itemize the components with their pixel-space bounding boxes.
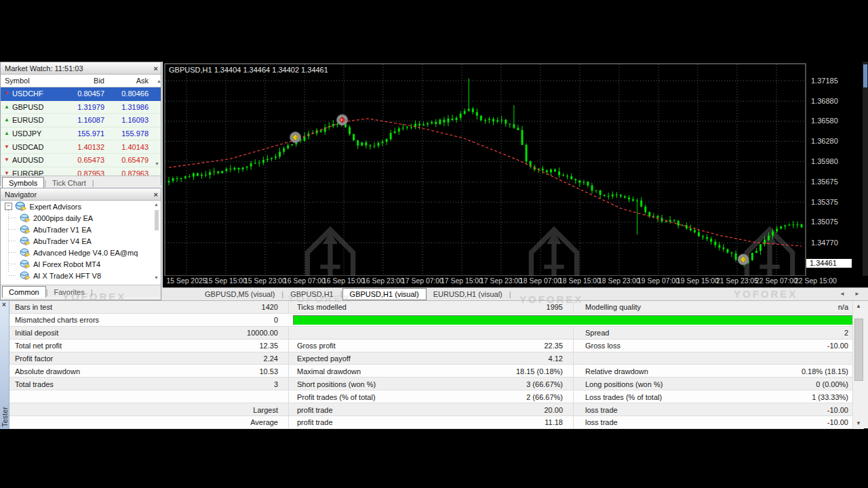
tab-tick-chart[interactable]: Tick Chart: [46, 178, 92, 188]
navigator-item[interactable]: AI X TradeX HFT V8: [1, 270, 161, 281]
navigator-titlebar[interactable]: Navigator ×: [1, 188, 161, 201]
scroll-down-icon[interactable]: ▼: [154, 275, 159, 280]
candle-body: [669, 220, 671, 222]
market-watch-row[interactable]: ▲USDJPY155.971155.978: [1, 127, 161, 141]
navigator-item[interactable]: Advanced Hedge V4.0 EA@mq: [1, 247, 161, 258]
navigator-root-label: Expert Advisors: [30, 203, 81, 211]
chart-tab[interactable]: GBPUSD,H1 (visual): [342, 288, 427, 300]
report-value: 2: [722, 329, 852, 337]
plot-area: [165, 64, 805, 275]
report-label: Expected payoff: [288, 352, 434, 365]
trade-marker-buy: [290, 132, 301, 143]
report-row: Absolute drawdown10.53Maximal drawdown18…: [9, 365, 852, 378]
column-symbol[interactable]: Symbol: [1, 77, 65, 85]
chart-window[interactable]: GBPUSD,H1 1.34404 1.34464 1.34402 1.3446…: [163, 62, 868, 287]
column-ask[interactable]: Ask: [108, 77, 153, 85]
navigator-root-expert-advisors[interactable]: −Expert Advisors: [1, 201, 161, 212]
candle-body: [636, 201, 638, 201]
column-bid[interactable]: Bid: [65, 77, 108, 85]
report-row: Total trades3Short positions (won %)3 (6…: [9, 378, 852, 390]
close-icon[interactable]: ×: [154, 191, 158, 198]
scroll-down-icon[interactable]: ▼: [155, 161, 159, 166]
market-watch-row[interactable]: ▼USDCAD1.401321.40143: [1, 140, 161, 154]
trade-marker-sell: [337, 115, 348, 125]
tester-panel-label[interactable]: Tester: [1, 407, 9, 427]
market-watch-titlebar[interactable]: Market Watch: 11:51:03 ×: [1, 62, 161, 75]
candle-body: [197, 174, 199, 176]
market-watch-row[interactable]: ▼AUDUSD0.654730.65479: [1, 154, 161, 167]
bid-value: 1.40132: [65, 143, 108, 151]
price-tick: 1.35675: [811, 178, 838, 186]
tab-scroll-arrows[interactable]: ◄ ►: [840, 291, 864, 297]
chart-tab[interactable]: GBPUSD,H1: [283, 289, 340, 300]
scroll-thumb[interactable]: [854, 319, 863, 381]
candle-body: [550, 169, 552, 172]
candle-body: [484, 120, 486, 121]
scroll-up-icon[interactable]: ▲: [153, 79, 161, 83]
market-watch-tabs: Symbols|Tick Chart|: [1, 176, 161, 188]
chart-scrollbar[interactable]: [863, 62, 868, 276]
tester-side-strip: × Tester: [0, 301, 9, 429]
report-value: 0: [136, 316, 288, 324]
candle-body: [480, 116, 482, 121]
candle-body: [193, 174, 195, 177]
tab-separator: |: [509, 289, 511, 300]
candle-body: [558, 171, 560, 175]
candle-body: [361, 142, 363, 146]
report-row: Total net profit12.35Gross profit22.35Gr…: [9, 340, 852, 352]
close-icon[interactable]: ×: [154, 65, 158, 72]
tab-favorites[interactable]: Favorites: [47, 287, 90, 298]
price-chart[interactable]: [163, 62, 868, 287]
market-watch-row[interactable]: ▼USDCHF0.804570.80466: [1, 87, 161, 101]
scroll-down-icon[interactable]: ▼: [853, 418, 864, 429]
candle-body: [612, 195, 614, 196]
navigator-tree: ▲ ▼ −Expert Advisors2000pips daily EAAbu…: [1, 201, 161, 285]
candle-body: [587, 182, 589, 185]
market-watch-row[interactable]: ▼EURGBP0.879530.87963: [1, 167, 161, 176]
candle-body: [418, 124, 420, 125]
market-watch-row[interactable]: ▲EURUSD1.160871.16093: [1, 114, 161, 127]
report-label: Long positions (won %): [573, 378, 722, 390]
candle-body: [796, 224, 798, 225]
scroll-thumb[interactable]: [155, 210, 159, 230]
tab-symbols[interactable]: Symbols: [2, 177, 44, 188]
candle-body: [591, 186, 593, 191]
candle-body: [492, 119, 494, 122]
market-watch-row[interactable]: ▲GBPUSD1.319791.31986: [1, 101, 161, 115]
ask-value: 0.80466: [108, 89, 153, 98]
candle-body: [788, 224, 790, 225]
navigator-item[interactable]: 2000pips daily EA: [1, 212, 161, 224]
chart-tab[interactable]: GBPUSD,M5 (visual): [198, 289, 281, 300]
candle-body: [698, 232, 700, 237]
navigator-item[interactable]: AI Forex Robot MT4: [1, 258, 161, 270]
candle-body: [271, 158, 273, 159]
scroll-thumb[interactable]: [863, 64, 867, 87]
bid-value: 1.16087: [65, 116, 108, 124]
report-label: Bars in test: [9, 303, 136, 311]
candle-body: [509, 123, 511, 124]
close-icon[interactable]: ×: [2, 302, 6, 308]
candle-body: [406, 127, 408, 127]
tab-common[interactable]: Common: [2, 286, 46, 298]
candle-body: [422, 125, 425, 125]
collapse-icon[interactable]: −: [5, 203, 12, 210]
scroll-up-icon[interactable]: ▲: [853, 301, 864, 312]
report-value: -10.00: [722, 406, 852, 414]
candle-body: [616, 195, 618, 195]
candle-body: [336, 124, 338, 125]
down-arrow-icon: ▼: [4, 171, 9, 176]
navigator-item[interactable]: AbuTrader V4 EA: [1, 235, 161, 247]
candle-body: [776, 229, 778, 232]
tree-connector: [9, 264, 16, 264]
candle-body: [608, 196, 610, 197]
chart-tab[interactable]: EURUSD,H1 (visual): [427, 289, 509, 300]
candle-body: [410, 127, 412, 127]
candle-body: [258, 163, 260, 163]
report-scrollbar[interactable]: ▲ ▼: [852, 301, 864, 429]
navigator-item[interactable]: AbuTrader V1 EA: [1, 224, 161, 235]
report-value: 10.53: [136, 367, 288, 375]
candle-body: [390, 133, 392, 139]
scroll-up-icon[interactable]: ▲: [154, 202, 159, 207]
ea-icon: [15, 201, 27, 211]
price-tick: 1.37185: [811, 77, 838, 85]
